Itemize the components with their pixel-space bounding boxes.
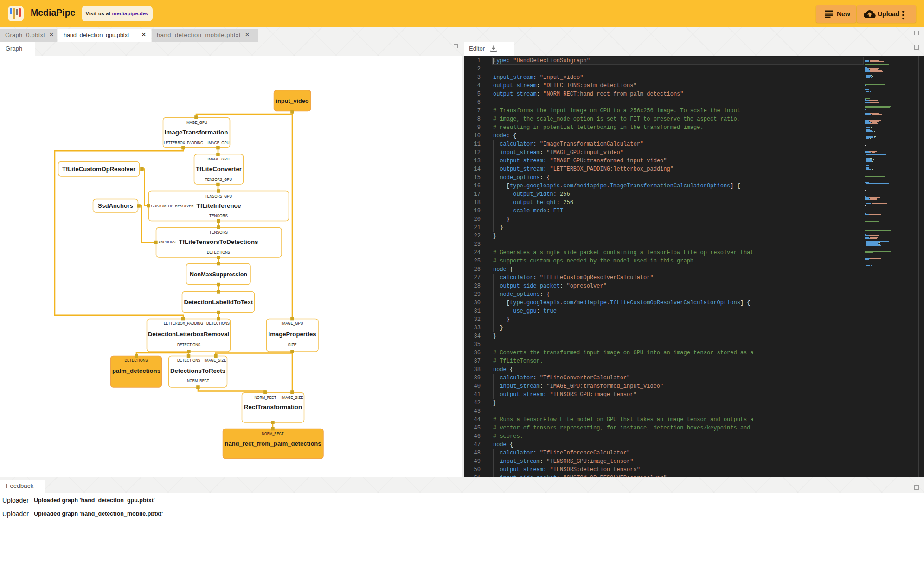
svg-text:NORM_RECT: NORM_RECT	[255, 395, 276, 400]
svg-text:TENSORS: TENSORS	[209, 213, 228, 218]
svg-text:TENSORS_GPU: TENSORS_GPU	[205, 194, 232, 198]
svg-text:hand_rect_from_palm_detections: hand_rect_from_palm_detections	[225, 440, 321, 447]
svg-text:DETECTIONS: DETECTIONS	[177, 358, 200, 363]
svg-text:TfLiteInference: TfLiteInference	[197, 202, 241, 209]
svg-text:IMAGE_GPU: IMAGE_GPU	[208, 157, 230, 161]
svg-text:SsdAnchors: SsdAnchors	[98, 202, 133, 209]
svg-text:TfLiteTensorsToDetections: TfLiteTensorsToDetections	[179, 238, 258, 245]
svg-text:IMAGE_GPU: IMAGE_GPU	[186, 120, 207, 125]
svg-text:IMAGE_GPU: IMAGE_GPU	[208, 141, 230, 145]
svg-text:IMAGE_SIZE: IMAGE_SIZE	[205, 358, 226, 363]
svg-text:LETTERBOX_PADDING: LETTERBOX_PADDING	[164, 141, 203, 145]
svg-text:RectTransformation: RectTransformation	[244, 403, 302, 410]
svg-text:NORM_RECT: NORM_RECT	[187, 378, 209, 383]
svg-text:IMAGE_SIZE: IMAGE_SIZE	[282, 395, 303, 400]
svg-text:DetectionsToRects: DetectionsToRects	[170, 367, 225, 374]
svg-text:CUSTOM_OP_RESOLVER: CUSTOM_OP_RESOLVER	[151, 204, 194, 208]
svg-text:DETECTIONS: DETECTIONS	[206, 321, 230, 326]
svg-text:input_video: input_video	[276, 97, 309, 104]
svg-text:DetectionLabelIdToText: DetectionLabelIdToText	[184, 299, 254, 306]
svg-text:ImageProperties: ImageProperties	[269, 331, 316, 338]
svg-text:ANCHORS: ANCHORS	[159, 240, 176, 244]
svg-text:palm_detections: palm_detections	[112, 367, 160, 374]
svg-text:TfLiteCustomOpResolver: TfLiteCustomOpResolver	[62, 166, 135, 173]
svg-text:LETTERBOX_PADDING: LETTERBOX_PADDING	[164, 321, 203, 326]
svg-text:TENSORS_GPU: TENSORS_GPU	[205, 177, 232, 182]
svg-text:NonMaxSuppression: NonMaxSuppression	[190, 271, 247, 278]
svg-text:NORM_RECT: NORM_RECT	[262, 431, 284, 436]
svg-text:IMAGE_GPU: IMAGE_GPU	[282, 321, 303, 326]
svg-text:DETECTIONS: DETECTIONS	[207, 250, 230, 255]
svg-text:TfLiteConverter: TfLiteConverter	[196, 166, 242, 173]
svg-text:DETECTIONS: DETECTIONS	[177, 342, 200, 347]
svg-text:DetectionLetterboxRemoval: DetectionLetterboxRemoval	[148, 331, 229, 338]
svg-text:SIZE: SIZE	[288, 342, 297, 347]
svg-text:DETECTIONS: DETECTIONS	[125, 358, 148, 363]
svg-text:TENSORS: TENSORS	[209, 230, 228, 235]
svg-text:ImageTransformation: ImageTransformation	[165, 129, 228, 136]
